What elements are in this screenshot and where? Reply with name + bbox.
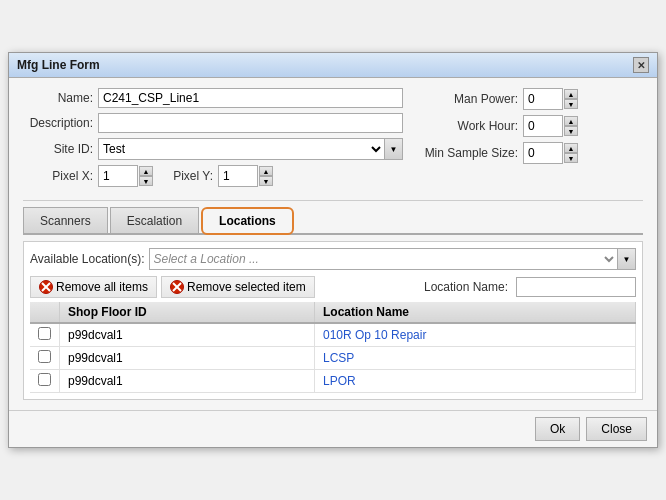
min-sample-spinbtns: ▲ ▼ — [564, 143, 578, 163]
tab-scanners[interactable]: Scanners — [23, 207, 108, 233]
close-button[interactable]: Close — [586, 417, 647, 441]
min-sample-row: Min Sample Size: ▲ ▼ — [423, 142, 643, 164]
pixel-x-up[interactable]: ▲ — [139, 166, 153, 176]
table-row: p99dcval1 LPOR — [30, 370, 636, 393]
locations-panel: Available Location(s): Select a Location… — [23, 241, 643, 400]
min-sample-spinner: ▲ ▼ — [523, 142, 578, 164]
row-1-location-name[interactable]: 010R Op 10 Repair — [315, 323, 636, 347]
dialog-footer: Ok Close — [9, 410, 657, 447]
remove-selected-label: Remove selected item — [187, 280, 306, 294]
table-header-row: Shop Floor ID Location Name — [30, 302, 636, 323]
pixel-x-spinner: ▲ ▼ — [98, 165, 153, 187]
site-id-dropdown[interactable]: Test ▼ — [98, 138, 403, 160]
pixel-y-up[interactable]: ▲ — [259, 166, 273, 176]
min-sample-label: Min Sample Size: — [423, 146, 523, 160]
row-2-shop-floor-id: p99dcval1 — [60, 347, 315, 370]
remove-all-icon — [39, 280, 53, 294]
man-power-spinbtns: ▲ ▼ — [564, 89, 578, 109]
description-input[interactable] — [98, 113, 403, 133]
pixel-x-input[interactable] — [98, 165, 138, 187]
pixel-x-label: Pixel X: — [23, 169, 98, 183]
work-hour-down[interactable]: ▼ — [564, 126, 578, 136]
site-id-row: Site ID: Test ▼ — [23, 138, 403, 160]
site-id-label: Site ID: — [23, 142, 98, 156]
dialog-title: Mfg Line Form — [17, 58, 100, 72]
row-1-checkbox[interactable] — [38, 327, 51, 340]
col-header-location-name: Location Name — [315, 302, 636, 323]
description-row: Description: — [23, 113, 403, 133]
pixel-y-label: Pixel Y: — [163, 169, 218, 183]
main-fields: Name: Description: Site ID: Test ▼ — [23, 88, 643, 192]
mfg-line-form-dialog: Mfg Line Form ✕ Name: Description: Si — [8, 52, 658, 448]
work-hour-spinbtns: ▲ ▼ — [564, 116, 578, 136]
location-name-input[interactable] — [516, 277, 636, 297]
remove-all-button[interactable]: Remove all items — [30, 276, 157, 298]
row-3-checkbox[interactable] — [38, 373, 51, 386]
site-id-select[interactable]: Test — [99, 139, 384, 159]
title-bar: Mfg Line Form ✕ — [9, 53, 657, 78]
available-dropdown[interactable]: Select a Location ... ▼ — [149, 248, 636, 270]
man-power-up[interactable]: ▲ — [564, 89, 578, 99]
pixel-row: Pixel X: ▲ ▼ Pixel Y: ▲ ▼ — [23, 165, 403, 187]
row-1-shop-floor-id: p99dcval1 — [60, 323, 315, 347]
work-hour-up[interactable]: ▲ — [564, 116, 578, 126]
man-power-input[interactable] — [523, 88, 563, 110]
man-power-label: Man Power: — [423, 92, 523, 106]
row-2-location-name[interactable]: LCSP — [315, 347, 636, 370]
man-power-row: Man Power: ▲ ▼ — [423, 88, 643, 110]
pixel-x-spinbtns: ▲ ▼ — [139, 166, 153, 186]
name-input[interactable] — [98, 88, 403, 108]
row-3-shop-floor-id: p99dcval1 — [60, 370, 315, 393]
row-3-checkbox-cell — [30, 370, 60, 393]
left-fields: Name: Description: Site ID: Test ▼ — [23, 88, 403, 192]
description-label: Description: — [23, 116, 98, 130]
pixel-y-input[interactable] — [218, 165, 258, 187]
row-1-checkbox-cell — [30, 323, 60, 347]
ok-button[interactable]: Ok — [535, 417, 580, 441]
remove-all-label: Remove all items — [56, 280, 148, 294]
available-location-row: Available Location(s): Select a Location… — [30, 248, 636, 270]
site-id-dropdown-arrow[interactable]: ▼ — [384, 139, 402, 159]
name-label: Name: — [23, 91, 98, 105]
work-hour-input[interactable] — [523, 115, 563, 137]
col-header-shop-floor-id: Shop Floor ID — [60, 302, 315, 323]
remove-selected-button[interactable]: Remove selected item — [161, 276, 315, 298]
pixel-y-spinbtns: ▲ ▼ — [259, 166, 273, 186]
available-select[interactable]: Select a Location ... — [150, 249, 617, 269]
min-sample-up[interactable]: ▲ — [564, 143, 578, 153]
row-2-checkbox[interactable] — [38, 350, 51, 363]
tab-locations[interactable]: Locations — [201, 207, 294, 235]
action-row: Remove all items Remove selected item Lo… — [30, 276, 636, 298]
tab-escalation[interactable]: Escalation — [110, 207, 199, 233]
pixel-y-spinner: ▲ ▼ — [218, 165, 273, 187]
man-power-down[interactable]: ▼ — [564, 99, 578, 109]
remove-selected-icon — [170, 280, 184, 294]
divider — [23, 200, 643, 201]
pixel-y-down[interactable]: ▼ — [259, 176, 273, 186]
row-2-checkbox-cell — [30, 347, 60, 370]
work-hour-row: Work Hour: ▲ ▼ — [423, 115, 643, 137]
man-power-spinner: ▲ ▼ — [523, 88, 578, 110]
min-sample-down[interactable]: ▼ — [564, 153, 578, 163]
table-body: p99dcval1 010R Op 10 Repair p99dcval1 LC… — [30, 323, 636, 393]
work-hour-spinner: ▲ ▼ — [523, 115, 578, 137]
right-fields: Man Power: ▲ ▼ Work Hour: — [423, 88, 643, 192]
available-dropdown-arrow[interactable]: ▼ — [617, 249, 635, 269]
available-label: Available Location(s): — [30, 252, 145, 266]
name-row: Name: — [23, 88, 403, 108]
dialog-body: Name: Description: Site ID: Test ▼ — [9, 78, 657, 410]
row-3-location-name[interactable]: LPOR — [315, 370, 636, 393]
col-header-checkbox — [30, 302, 60, 323]
min-sample-input[interactable] — [523, 142, 563, 164]
table-row: p99dcval1 010R Op 10 Repair — [30, 323, 636, 347]
dialog-close-button[interactable]: ✕ — [633, 57, 649, 73]
table-row: p99dcval1 LCSP — [30, 347, 636, 370]
locations-table: Shop Floor ID Location Name p99dcval1 01… — [30, 302, 636, 393]
tabs-bar: Scanners Escalation Locations — [23, 205, 643, 235]
pixel-x-down[interactable]: ▼ — [139, 176, 153, 186]
work-hour-label: Work Hour: — [423, 119, 523, 133]
location-name-label: Location Name: — [424, 280, 508, 294]
